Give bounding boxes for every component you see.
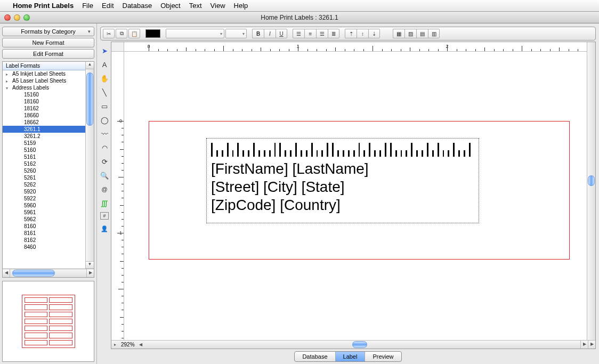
- menu-file[interactable]: File: [82, 2, 93, 10]
- menu-object[interactable]: Object: [160, 2, 181, 10]
- tree-leaf[interactable]: 18660: [3, 112, 85, 119]
- zoom-level[interactable]: 292%: [119, 342, 137, 347]
- tree-header[interactable]: Label Formats: [3, 62, 85, 70]
- ungroup-button[interactable]: ▨: [404, 29, 416, 38]
- postnet-barcode[interactable]: [211, 142, 474, 157]
- mail-tool[interactable]: @: [100, 184, 109, 194]
- canvas-hscroll[interactable]: ▸ 292% ◀ ▶ ▶: [111, 340, 595, 349]
- valign-top-button[interactable]: ⇡: [345, 29, 357, 38]
- tree-leaf[interactable]: 8460: [3, 244, 85, 250]
- front-button[interactable]: ▤: [416, 29, 428, 38]
- formats-category-dropdown[interactable]: Formats by Category: [2, 27, 94, 36]
- menu-text[interactable]: Text: [189, 2, 202, 10]
- align-left-button[interactable]: ☰: [293, 29, 304, 38]
- tab-database[interactable]: Database: [295, 352, 335, 361]
- tree-leaf[interactable]: 18162: [3, 105, 85, 112]
- tree-leaf[interactable]: 3261.2: [3, 133, 85, 140]
- tree-branch-open[interactable]: Address Labels: [3, 84, 85, 91]
- menu-view[interactable]: View: [211, 2, 225, 10]
- window-title: Home Print Labels : 3261.1: [0, 14, 599, 21]
- scroll-thumb[interactable]: [12, 270, 55, 277]
- tree-leaf[interactable]: 18662: [3, 119, 85, 126]
- tree-leaf[interactable]: 5159: [3, 140, 85, 147]
- barcode-tool[interactable]: ∭: [100, 198, 109, 208]
- zoom-scroll-right[interactable]: ▶: [580, 341, 588, 349]
- mac-menubar: Home Print Labels File Edit Database Obj…: [0, 0, 599, 12]
- scroll-thumb[interactable]: [588, 175, 595, 186]
- pointer-tool[interactable]: ➤: [100, 46, 109, 55]
- menu-edit[interactable]: Edit: [102, 2, 114, 10]
- bold-button[interactable]: B: [252, 29, 264, 38]
- tree-vscroll[interactable]: ▲ ▼: [85, 62, 94, 269]
- line-tool[interactable]: ╲: [100, 87, 109, 97]
- tree-leaf[interactable]: 5922: [3, 195, 85, 202]
- tree-leaf[interactable]: 5961: [3, 209, 85, 216]
- tree-leaf[interactable]: 8162: [3, 237, 85, 244]
- ruler-horizontal: 0123: [124, 42, 587, 52]
- ruler-corner: [111, 42, 124, 52]
- tab-label[interactable]: Label: [336, 352, 366, 361]
- address-field-block[interactable]: [FirstName] [LastName] [Street] [City] […: [206, 138, 479, 223]
- tree-branch[interactable]: A5 Inkjet Label Sheets: [3, 70, 85, 77]
- tree-leaf[interactable]: 5960: [3, 202, 85, 209]
- counter-tool[interactable]: #: [100, 212, 109, 220]
- cut-button[interactable]: ✂: [103, 29, 115, 38]
- menu-database[interactable]: Database: [123, 2, 152, 10]
- color-swatch[interactable]: [145, 29, 160, 38]
- tree-hscroll[interactable]: ◀ ▶: [2, 269, 94, 278]
- tree-leaf[interactable]: 5962: [3, 216, 85, 223]
- size-combo[interactable]: [225, 29, 247, 38]
- valign-mid-button[interactable]: ↕: [357, 29, 368, 38]
- zoom-out-arrow[interactable]: ▸: [111, 342, 119, 347]
- copy-button[interactable]: ⧉: [116, 29, 127, 38]
- tree-leaf[interactable]: 15160: [3, 91, 85, 98]
- hand-tool[interactable]: ✋: [100, 74, 109, 83]
- font-combo[interactable]: [166, 29, 224, 38]
- scroll-thumb[interactable]: [86, 72, 93, 126]
- tree-leaf[interactable]: 8160: [3, 223, 85, 230]
- view-tabs: Database Label Preview: [97, 349, 599, 364]
- ruler-vertical: 01: [111, 52, 124, 340]
- ellipse-tool[interactable]: ◯: [100, 115, 109, 125]
- italic-button[interactable]: I: [264, 29, 276, 38]
- menu-help[interactable]: Help: [234, 2, 248, 10]
- curve-tool[interactable]: 〰: [100, 129, 109, 139]
- underline-button[interactable]: U: [276, 29, 287, 38]
- tree-leaf[interactable]: 5261: [3, 174, 85, 181]
- arc-tool[interactable]: ◠: [100, 143, 109, 152]
- tree-branch[interactable]: A5 Laser Label Sheets: [3, 77, 85, 84]
- tree-leaf[interactable]: 18160: [3, 98, 85, 105]
- zoom-scroll-left[interactable]: ◀: [137, 342, 144, 347]
- canvas-vscroll[interactable]: [587, 42, 595, 340]
- rotate-tool[interactable]: ⟳: [100, 157, 109, 166]
- app-name[interactable]: Home Print Labels: [13, 2, 74, 10]
- person-tool[interactable]: 👤: [100, 224, 109, 233]
- tree-leaf[interactable]: 3261.1: [3, 126, 85, 133]
- magnify-tool[interactable]: 🔍: [100, 171, 109, 180]
- text-tool[interactable]: A: [100, 60, 109, 69]
- back-button[interactable]: ▥: [428, 29, 440, 38]
- tree-leaf[interactable]: 5162: [3, 160, 85, 167]
- scroll-thumb[interactable]: [352, 341, 367, 348]
- tree-leaf[interactable]: 5920: [3, 188, 85, 195]
- align-center-button[interactable]: ≡: [304, 29, 316, 38]
- tree-leaf[interactable]: 5160: [3, 147, 85, 153]
- paste-button[interactable]: 📋: [128, 29, 140, 38]
- canvas[interactable]: [FirstName] [LastName] [Street] [City] […: [124, 52, 587, 340]
- edit-format-button[interactable]: Edit Format: [2, 49, 94, 59]
- zoom-scroll-right2[interactable]: ▶: [588, 341, 595, 349]
- field-line-3: [ZipCode] [Country]: [211, 196, 474, 214]
- tree-leaf[interactable]: 5260: [3, 167, 85, 174]
- rect-tool[interactable]: ▭: [100, 101, 109, 111]
- valign-bot-button[interactable]: ⇣: [368, 29, 380, 38]
- new-format-button[interactable]: New Format: [2, 38, 94, 47]
- align-right-button[interactable]: ☰: [316, 29, 328, 38]
- window-titlebar: Home Print Labels : 3261.1: [0, 12, 599, 23]
- tree-leaf[interactable]: 5262: [3, 181, 85, 188]
- tree-leaf[interactable]: 5161: [3, 153, 85, 160]
- sidebar: Formats by Category New Format Edit Form…: [0, 23, 97, 364]
- group-button[interactable]: ▦: [393, 29, 404, 38]
- tree-leaf[interactable]: 8161: [3, 230, 85, 237]
- tab-preview[interactable]: Preview: [365, 352, 401, 361]
- align-justify-button[interactable]: ≣: [328, 29, 339, 38]
